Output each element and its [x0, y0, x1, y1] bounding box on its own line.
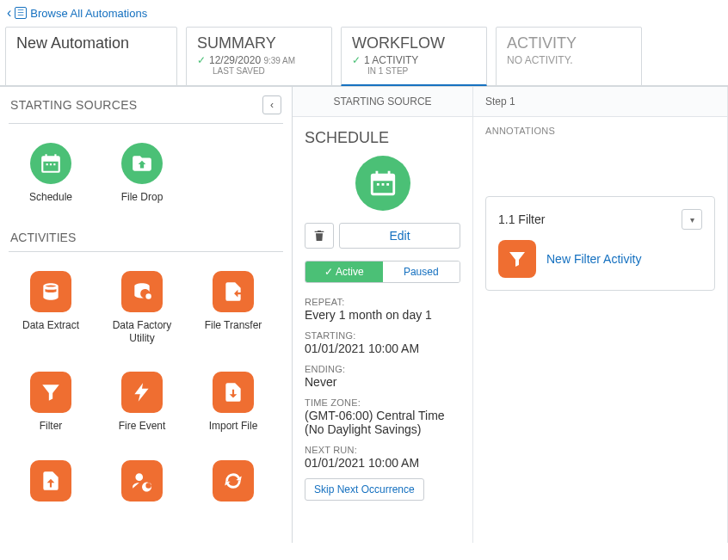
activity-title: ACTIVITY — [507, 34, 631, 52]
palette-pane: STARTING SOURCES ‹ ScheduleFile Drop ACT… — [0, 87, 293, 543]
activity-name[interactable]: New Filter Activity — [546, 251, 641, 267]
activity-tile-bolt[interactable]: Fire Event — [108, 372, 176, 432]
activity-tile-usergear[interactable] — [108, 460, 176, 508]
skip-next-occurrence-button[interactable]: Skip Next Occurrence — [305, 478, 424, 501]
activities-label: ACTIVITIES — [0, 218, 292, 248]
tile-label: Data Factory Utility — [108, 319, 176, 344]
edit-schedule-button[interactable]: Edit — [339, 223, 460, 249]
starting-source-col-head: STARTING SOURCE — [293, 87, 472, 117]
repeat-value: Every 1 month on day 1 — [305, 308, 460, 322]
automations-list-icon: ☰ — [15, 7, 27, 19]
workflow-line: ✓1 ACTIVITY — [352, 54, 476, 66]
activity-number: 1.1 Filter — [498, 212, 545, 226]
collapse-palette-button[interactable]: ‹ — [262, 95, 281, 114]
activity-tile-filetransfer[interactable]: File Transfer — [200, 271, 267, 344]
schedule-title: SCHEDULE — [305, 129, 460, 147]
bolt-icon — [121, 372, 163, 413]
activity-sub: NO ACTIVITY. — [507, 54, 631, 66]
repeat-label: REPEAT: — [305, 297, 460, 307]
ending-label: ENDING: — [305, 364, 460, 374]
tile-label: Import File — [209, 420, 258, 432]
activity-tile-dbgear[interactable]: Data Factory Utility — [108, 271, 176, 344]
back-chevron-icon[interactable]: ‹ — [7, 5, 11, 21]
delete-schedule-button[interactable] — [305, 223, 334, 249]
status-paused[interactable]: Paused — [383, 262, 460, 282]
fileup-icon — [30, 460, 71, 502]
db-icon — [30, 271, 71, 312]
refresh-icon — [213, 460, 254, 502]
breadcrumb-link[interactable]: Browse All Automations — [30, 7, 147, 20]
summary-title: SUMMARY — [197, 34, 321, 52]
summary-date-line: ✓12/29/2020 9:39 AM — [197, 54, 321, 66]
calendar-icon — [355, 156, 410, 211]
automation-name: New Automation — [16, 34, 166, 52]
dbgear-icon — [121, 271, 163, 312]
starting-value: 01/01/2021 10:00 AM — [305, 342, 460, 355]
tile-label: Schedule — [29, 191, 72, 203]
funnel-icon — [30, 372, 71, 413]
activity-tile-funnel[interactable]: Filter — [17, 372, 84, 432]
check-icon: ✓ — [197, 54, 206, 66]
tile-label: File Transfer — [205, 319, 262, 331]
step1-col-head: Step 1 — [473, 87, 727, 117]
nextrun-label: NEXT RUN: — [305, 445, 460, 455]
tile-label: Fire Event — [119, 420, 166, 432]
summary-tab[interactable]: SUMMARY ✓12/29/2020 9:39 AM LAST SAVED — [186, 27, 332, 86]
fileimport-icon — [213, 372, 254, 413]
tile-label: Filter — [40, 420, 63, 432]
automation-name-card[interactable]: New Automation — [5, 27, 177, 86]
source-tile-calendar[interactable]: Schedule — [17, 143, 84, 203]
ending-value: Never — [305, 375, 460, 389]
summary-saved: LAST SAVED — [197, 66, 321, 76]
workflow-sub: IN 1 STEP — [352, 66, 476, 76]
activity-tab[interactable]: ACTIVITY NO ACTIVITY. — [496, 27, 642, 86]
tile-label: Data Extract — [22, 319, 79, 331]
starting-label: STARTING: — [305, 330, 460, 341]
tile-label: File Drop — [121, 191, 163, 203]
usergear-icon — [121, 460, 163, 502]
activity-tile-db[interactable]: Data Extract — [17, 271, 84, 344]
activity-tile-fileimport[interactable]: Import File — [200, 372, 267, 432]
activity-menu-button[interactable]: ▾ — [682, 209, 702, 230]
timezone-label: TIME ZONE: — [305, 397, 460, 408]
activity-tile-refresh[interactable] — [200, 460, 267, 508]
check-icon: ✓ — [352, 54, 361, 66]
source-tile-folder[interactable]: File Drop — [108, 143, 176, 203]
timezone-value: (GMT-06:00) Central Time (No Daylight Sa… — [305, 409, 460, 436]
status-toggle[interactable]: ✓Active Paused — [305, 261, 460, 283]
funnel-icon — [498, 240, 536, 278]
activity-tile-fileup[interactable] — [17, 460, 84, 508]
nextrun-value: 01/01/2021 10:00 AM — [305, 456, 460, 470]
filetransfer-icon — [213, 271, 254, 312]
workflow-tab[interactable]: WORKFLOW ✓1 ACTIVITY IN 1 STEP — [341, 27, 487, 86]
status-active[interactable]: ✓Active — [305, 262, 383, 282]
starting-sources-label: STARTING SOURCES — [10, 98, 137, 112]
workflow-title: WORKFLOW — [352, 34, 476, 52]
annotations-label: ANNOTATIONS — [473, 117, 727, 145]
folder-icon — [121, 143, 163, 184]
canvas-pane: STARTING SOURCE SCHEDULE Edit ✓Active Pa… — [293, 87, 728, 543]
step-activity-card[interactable]: 1.1 Filter ▾ New Filter Activity — [485, 196, 715, 291]
calendar-icon — [30, 143, 71, 184]
